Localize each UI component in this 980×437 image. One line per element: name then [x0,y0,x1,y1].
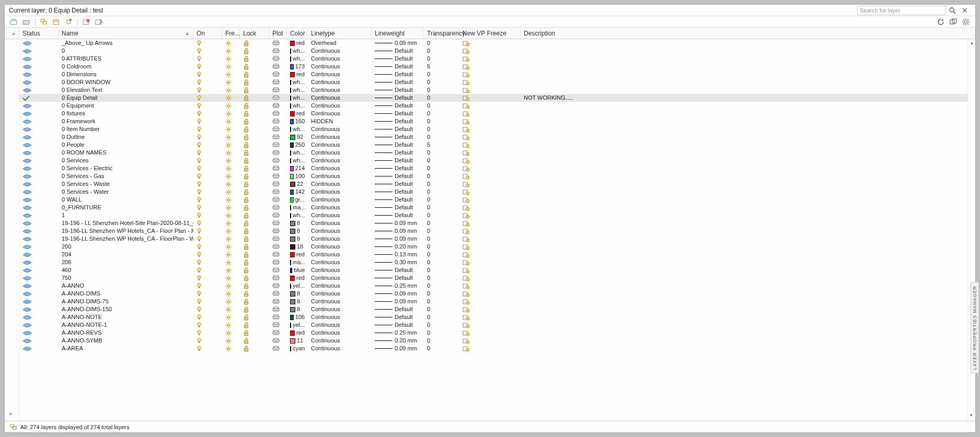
layer-row[interactable]: 0 Services - Waste22ContinuousDefault0 [19,180,967,188]
color-cell[interactable]: red [287,329,308,337]
linetype-cell[interactable]: Continuous [308,204,372,211]
color-cell[interactable]: ma... [287,204,308,211]
vp-freeze-toggle[interactable] [459,79,521,86]
vp-freeze-toggle[interactable] [459,212,521,219]
lock-toggle[interactable] [240,166,269,172]
plot-toggle[interactable] [269,56,287,62]
color-cell[interactable]: ma... [287,258,308,266]
collapse-tree-button[interactable]: » [5,410,16,417]
color-cell[interactable]: wh... [287,211,308,219]
color-cell[interactable]: 250 [287,141,308,149]
freeze-toggle[interactable] [222,158,240,164]
freeze-toggle[interactable] [222,181,240,187]
on-toggle[interactable] [193,259,222,266]
color-cell[interactable]: red [287,110,308,117]
lock-toggle[interactable] [240,259,269,266]
lock-toggle[interactable] [240,134,269,140]
plot-toggle[interactable] [269,103,287,109]
col-name[interactable]: Name▲ [59,28,193,39]
vp-freeze-toggle[interactable] [459,142,521,148]
col-plot[interactable]: Plot [269,28,287,39]
linetype-cell[interactable]: Continuous [308,219,372,227]
vp-freeze-toggle[interactable] [459,322,521,328]
on-toggle[interactable] [193,197,222,203]
color-cell[interactable]: 160 [287,117,308,125]
lineweight-cell[interactable]: Default [372,266,424,274]
vp-freeze-toggle[interactable] [459,150,521,156]
linetype-cell[interactable]: Continuous [308,313,372,321]
linetype-cell[interactable]: Continuous [308,235,372,243]
lock-toggle[interactable] [240,283,269,289]
lineweight-cell[interactable]: Default [372,55,424,63]
lock-toggle[interactable] [240,189,269,195]
transparency-cell[interactable]: 0 [424,78,459,86]
on-toggle[interactable] [193,212,222,219]
lock-toggle[interactable] [240,79,269,86]
lineweight-cell[interactable]: 0.09 mm [372,345,424,352]
lock-toggle[interactable] [240,158,269,164]
linetype-cell[interactable]: Continuous [308,70,372,78]
vp-freeze-toggle[interactable] [459,244,521,250]
layer-row[interactable]: 0 ROOM NAMESwh...ContinuousDefault0 [19,149,967,157]
transparency-cell[interactable]: 0 [424,329,459,337]
plot-toggle[interactable] [269,330,287,336]
lineweight-cell[interactable]: Default [372,321,424,329]
transparency-cell[interactable]: 0 [424,55,459,63]
linetype-cell[interactable]: Continuous [308,63,372,70]
vp-freeze-toggle[interactable] [459,299,521,305]
plot-toggle[interactable] [269,48,287,54]
plot-toggle[interactable] [269,322,287,328]
layer-row[interactable]: 0 Equip Detailwh...ContinuousDefault0NOT… [19,94,967,102]
color-cell[interactable]: cyan [287,345,308,352]
on-toggle[interactable] [193,40,222,46]
lock-toggle[interactable] [240,56,269,62]
lock-toggle[interactable] [240,322,269,328]
linetype-cell[interactable]: Continuous [308,266,372,274]
freeze-toggle[interactable] [222,119,240,125]
on-toggle[interactable] [193,252,222,258]
transparency-cell[interactable]: 0 [424,172,459,180]
transparency-cell[interactable]: 0 [424,86,459,94]
col-on[interactable]: On [193,28,222,39]
linetype-cell[interactable]: Continuous [308,55,372,63]
plot-toggle[interactable] [269,111,287,116]
col-transparency[interactable]: Transparency [424,28,459,39]
linetype-cell[interactable]: Continuous [308,345,372,352]
on-toggle[interactable] [193,314,222,321]
linetype-cell[interactable]: Continuous [308,149,372,157]
color-cell[interactable]: blue [287,266,308,274]
color-cell[interactable]: 18 [287,243,308,251]
freeze-toggle[interactable] [222,48,240,54]
lineweight-cell[interactable]: Default [372,188,424,196]
color-cell[interactable]: 106 [287,313,308,321]
col-color[interactable]: Color [287,28,308,39]
lock-toggle[interactable] [240,236,269,242]
linetype-cell[interactable]: Continuous [308,329,372,337]
lineweight-cell[interactable]: 0.09 mm [372,290,424,298]
lock-toggle[interactable] [240,220,269,227]
vp-freeze-toggle[interactable] [459,197,521,203]
transparency-cell[interactable]: 0 [424,110,459,117]
on-toggle[interactable] [193,158,222,164]
linetype-cell[interactable]: Continuous [308,164,372,172]
on-toggle[interactable] [193,346,222,352]
lock-toggle[interactable] [240,228,269,234]
transparency-cell[interactable]: 0 [424,47,459,55]
lineweight-cell[interactable]: 0.13 mm [372,251,424,258]
plot-toggle[interactable] [269,87,287,93]
freeze-toggle[interactable] [222,142,240,148]
linetype-cell[interactable]: Overhead [308,39,372,47]
transparency-cell[interactable]: 0 [424,94,459,102]
linetype-cell[interactable]: Continuous [308,157,372,164]
freeze-toggle[interactable] [222,220,240,227]
freeze-toggle[interactable] [222,306,240,313]
vp-freeze-toggle[interactable] [459,259,521,266]
lineweight-cell[interactable]: 0.09 mm [372,227,424,235]
vp-freeze-toggle[interactable] [459,220,521,227]
freeze-toggle[interactable] [222,322,240,328]
on-toggle[interactable] [193,150,222,156]
lock-toggle[interactable] [240,252,269,258]
color-cell[interactable]: wh... [287,78,308,86]
on-toggle[interactable] [193,189,222,195]
on-toggle[interactable] [193,299,222,305]
